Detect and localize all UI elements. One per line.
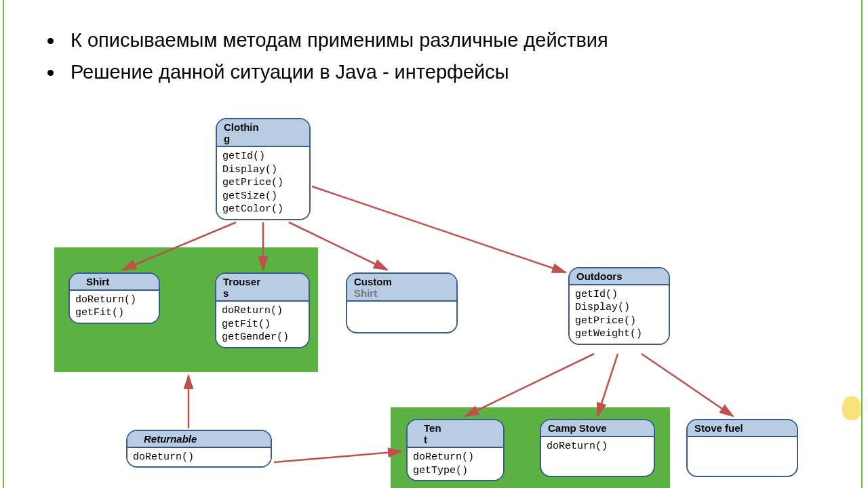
- class-body: getId() Display() getPrice() getSize() g…: [217, 146, 309, 219]
- class-name-wrap: g: [224, 134, 302, 145]
- class-name-text: Stove fuel: [694, 422, 743, 434]
- method: doReturn(): [547, 440, 648, 453]
- class-name-wrap: Shirt: [354, 288, 450, 300]
- class-name-text: Camp Stove: [548, 422, 607, 434]
- class-body: [347, 300, 456, 327]
- method: getColor(): [222, 203, 304, 216]
- class-body: doReturn(): [541, 436, 654, 456]
- class-title: Custom Shirt: [347, 274, 456, 300]
- class-name-text: Clothin: [224, 121, 259, 133]
- class-tent: Ten t doReturn() getType(): [406, 419, 505, 481]
- method: doReturn(): [75, 293, 153, 307]
- class-name-wrap: s: [223, 288, 302, 300]
- method: getSize(): [222, 190, 304, 203]
- method: Display(): [575, 301, 663, 314]
- method: getPrice(): [222, 176, 304, 190]
- method: getFit(): [75, 306, 153, 320]
- method: getPrice(): [575, 314, 663, 328]
- class-body: doReturn() getType(): [408, 447, 503, 480]
- class-outdoors: Outdoors getId() Display() getPrice() ge…: [568, 267, 670, 345]
- class-name-text: Returnable: [144, 433, 197, 445]
- method: getFit(): [222, 318, 303, 331]
- bullet-item: Решение данной ситуации в Java - интерфе…: [64, 58, 608, 86]
- class-name-text: Outdoors: [576, 270, 623, 282]
- class-title: Shirt: [70, 274, 159, 289]
- class-title: Returnable: [127, 431, 271, 447]
- class-body: [688, 436, 797, 463]
- class-title: Stove fuel: [688, 420, 797, 436]
- class-shirt: Shirt doReturn() getFit(): [68, 272, 160, 324]
- class-custom-shirt: Custom Shirt: [346, 272, 458, 333]
- class-title: Camp Stove: [541, 420, 654, 436]
- class-name-text: Trouser: [223, 276, 260, 287]
- method: getId(): [575, 288, 663, 302]
- class-camp-stove: Camp Stove doReturn(): [540, 419, 655, 477]
- class-clothing: Clothin g getId() Display() getPrice() g…: [216, 118, 311, 220]
- class-stove-fuel: Stove fuel: [686, 419, 798, 477]
- class-name-text: Ten: [424, 422, 441, 434]
- bullet-list: К описываемым методам применимы различны…: [37, 26, 608, 89]
- hand-cursor-icon: [842, 396, 861, 420]
- method: doReturn(): [133, 451, 265, 464]
- slide-frame: К описываемым методам применимы различны…: [3, 0, 863, 488]
- class-title: Clothin g: [217, 119, 309, 146]
- class-title: Ten t: [408, 420, 503, 447]
- svg-line-3: [312, 186, 566, 272]
- class-body: doReturn() getFit() getGender(): [216, 300, 309, 347]
- class-body: doReturn(): [127, 447, 271, 467]
- class-body: doReturn() getFit(): [70, 289, 159, 323]
- method: getId(): [222, 150, 304, 163]
- class-name-text: Custom: [354, 276, 392, 287]
- method: doReturn(): [413, 451, 498, 464]
- method: getWeight(): [575, 327, 663, 341]
- class-trousers: Trouser s doReturn() getFit() getGender(…: [215, 272, 310, 348]
- method: doReturn(): [222, 304, 303, 318]
- method: getGender(): [222, 331, 303, 344]
- method: Display(): [222, 163, 304, 177]
- bullet-item: К описываемым методам применимы различны…: [64, 26, 608, 54]
- class-name-text: Shirt: [86, 276, 109, 287]
- class-name-wrap: t: [424, 434, 496, 446]
- svg-line-5: [274, 451, 401, 462]
- class-title: Trouser s: [216, 274, 309, 300]
- interface-returnable: Returnable doReturn(): [126, 430, 272, 468]
- method: getType(): [413, 464, 498, 478]
- class-body: getId() Display() getPrice() getWeight(): [570, 284, 669, 344]
- class-title: Outdoors: [570, 268, 669, 284]
